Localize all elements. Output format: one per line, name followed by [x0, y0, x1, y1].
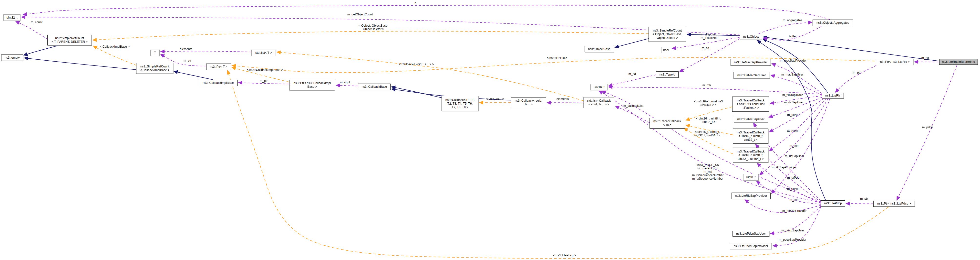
edge-label: m_pdcpSapUser [781, 229, 804, 232]
edge-label-line: < CallbackImplBase > [100, 45, 130, 48]
node-callback-r[interactable]: ns3::Callback< R, T1,T2, T3, T4, T5, T6,… [442, 96, 479, 111]
node-simplerefcount-tpd[interactable]: ns3::SimpleRefCount< T, PARENT, DELETER … [47, 35, 92, 45]
edge-label-line: elements [180, 48, 192, 51]
node-label: ns3::empty [5, 56, 19, 60]
edge-label-line: m_rlcSapProvider [772, 166, 796, 169]
edge-label: m_ptr [183, 59, 191, 62]
node-tracedcallback-packet[interactable]: ns3::TracedCallback< ns3::Ptr< const ns3… [732, 97, 769, 112]
node-ptr-lterlc[interactable]: ns3::Ptr< ns3::LteRlc > [875, 59, 913, 65]
node-ltertlcsapuser[interactable]: ns3::LteRlcSapUser [734, 116, 768, 123]
edge-label-line: m_rxPdu [787, 129, 799, 133]
node-simplerefcount-cib[interactable]: ns3::SimpleRefCount< CallbackImplBase > [136, 63, 173, 74]
node-objectbase[interactable]: ns3::ObjectBase [585, 46, 614, 52]
edge-member [772, 64, 822, 94]
edge-label-line: m_pdcpSapProvider [779, 238, 806, 241]
node-ptr-T[interactable]: ns3::Ptr< T > [206, 64, 231, 70]
collaboration-diagram: uint32_tns3::SimpleRefCount< T, PARENT, … [0, 0, 980, 260]
node-label: ns3::LtePdcpSapProvider [734, 244, 768, 248]
node-uint8[interactable]: uint8_t [743, 174, 759, 180]
node-uint16[interactable]: uint16_t [590, 84, 608, 91]
node-lteradiobearerinfo[interactable]: ns3::LteRadioBearerInfo [939, 59, 978, 65]
edge-label-line: m_count [31, 21, 43, 24]
edge-template [232, 57, 875, 73]
node-tracedcallback-3[interactable]: ns3::TracedCallback< uint16_t, uint8_t,u… [733, 129, 768, 144]
edge-label-line: < Object, ObjectBase, [359, 24, 388, 27]
node-T[interactable]: T [150, 49, 160, 56]
edge-label: < ns3::Ptr< const ns3::Packet > > [694, 100, 723, 107]
edge-label-line: < ns3::LtePdcp > [553, 254, 576, 257]
node-list-T[interactable]: std::list< T > [251, 49, 276, 56]
edge-label: m_rnti [703, 84, 711, 87]
edge-label: buffer [789, 35, 797, 38]
node-label: ns3::TypeId [660, 73, 675, 77]
node-label: T2, T3, T4, T5, T6, [447, 102, 473, 105]
node-ltertlcsapprovider[interactable]: ns3::LteRlcSapProvider [732, 193, 771, 199]
node-ltemacsapuser[interactable]: ns3::LteMacSapUser [733, 72, 770, 78]
edge-label: m_rxPdu [787, 187, 799, 191]
edge-label-line: m_tid [702, 46, 709, 50]
edge-label-line: < ns3::Ptr< const ns3 [694, 100, 723, 103]
node-uint32[interactable]: uint32_t [3, 14, 21, 21]
node-tracedcallback-4[interactable]: ns3::TracedCallback< uint16_t, uint8_t,u… [733, 148, 768, 163]
node-ptr-ltepdcp[interactable]: ns3::Ptr< ns3::LtePdcp > [873, 201, 915, 207]
node-label: ns3::CallbackImplBase [203, 81, 234, 85]
node-label: ns3::SimpleRefCount [140, 65, 169, 69]
edge-member [772, 99, 830, 193]
edge-label-line: m_callbackList [624, 104, 643, 107]
node-callbackimplbase[interactable]: ns3::CallbackImplBase [199, 80, 237, 86]
edge-member [897, 65, 957, 200]
node-label: uint16_t [593, 86, 605, 89]
edge-label: m_getObjectCount [347, 13, 373, 16]
edge-label-line: m_aggregates [783, 19, 802, 22]
edges-layer [0, 0, 980, 260]
edge-label: < ns3::LtePdcp > [553, 254, 576, 257]
edge-label-line: m_ptr [853, 71, 861, 74]
node-bool[interactable]: bool [661, 47, 671, 53]
node-ptr-callbackimplbase[interactable]: ns3::Ptr< ns3::CallbackImplBase > [289, 80, 335, 91]
node-label: ns3::SimpleRefCount [653, 29, 682, 32]
edge-label: < Object, ObjectBase,ObjectDeleter > [359, 24, 388, 31]
node-label: < T, PARENT, DELETER > [51, 40, 88, 44]
node-label: ns3::Callback< void, [515, 99, 542, 103]
edge-label-line: m_rxSequenceNumber [692, 174, 724, 177]
edge-label: m_pdcp [922, 126, 933, 129]
edge-label-line: m_lcid [790, 144, 799, 148]
node-list-callback[interactable]: std::list< Callback< void, Ts... > > [583, 97, 614, 108]
node-ltepdcpsapprovider[interactable]: ns3::LtePdcpSapProvider [730, 243, 772, 249]
node-callback-void[interactable]: ns3::Callback< void,Ts... > [511, 97, 546, 108]
node-tracedcallback-ts[interactable]: ns3::TracedCallback< Ts > [649, 118, 685, 129]
node-label: ns3::Object [743, 35, 759, 38]
node-label: bool [663, 48, 669, 52]
node-lterlc[interactable]: ns3::LteRlc [822, 93, 844, 99]
node-empty[interactable]: ns3::empty [1, 54, 23, 61]
node-simplerefcount-obj[interactable]: ns3::SimpleRefCount< Object, ObjectBase,… [649, 27, 686, 42]
edge-label-line: < ns3::CallbackImplBase > [247, 68, 283, 72]
edge-label-line: < ns3::LteRlc > [547, 56, 567, 60]
node-ltepdcpsapuser[interactable]: ns3::LtePdcpSapUser [732, 231, 769, 236]
node-callbackbase[interactable]: ns3::CallbackBase [358, 84, 391, 90]
node-label: ns3::Ptr< ns3::LtePdcp > [877, 202, 911, 206]
edge-label-line: m_ptr [183, 59, 191, 62]
edge-member [914, 62, 939, 62]
node-label: T7, T8, T9 > [452, 105, 468, 109]
edge-label-line: m_txSequenceNumber [692, 177, 724, 180]
edge-label: m_rlcSapUser [785, 155, 804, 158]
node-label: uint8_t [746, 175, 756, 179]
node-label: < uint16_t, uint8_t, [738, 134, 763, 138]
node-label: ObjectDeleter > [657, 36, 678, 40]
node-ltepdcp[interactable]: ns3::LtePdcp [821, 200, 845, 206]
edge-label-line: m_ptr [860, 197, 868, 200]
edge-label: m_count [31, 21, 43, 24]
edge-label: < void, Ts... > [486, 97, 504, 100]
node-typeid[interactable]: ns3::TypeId [656, 71, 679, 78]
edge-label: m_rlcSapUser [784, 100, 803, 104]
edge-label: m_txPdu [787, 176, 799, 179]
edge-label-line: m_disposed [701, 33, 718, 36]
node-aggregates[interactable]: ns3::Object::Aggregates [813, 19, 853, 26]
node-ltemacsapprovider[interactable]: ns3::LteMacSapProvider [730, 59, 771, 66]
edge-label: m_tid [628, 72, 636, 76]
edge-inherit [174, 71, 213, 80]
node-label: < ns3::Ptr< const ns3 [736, 102, 765, 106]
node-object[interactable]: ns3::Object [740, 34, 762, 40]
node-label: ns3::TracedCallback [737, 150, 764, 153]
